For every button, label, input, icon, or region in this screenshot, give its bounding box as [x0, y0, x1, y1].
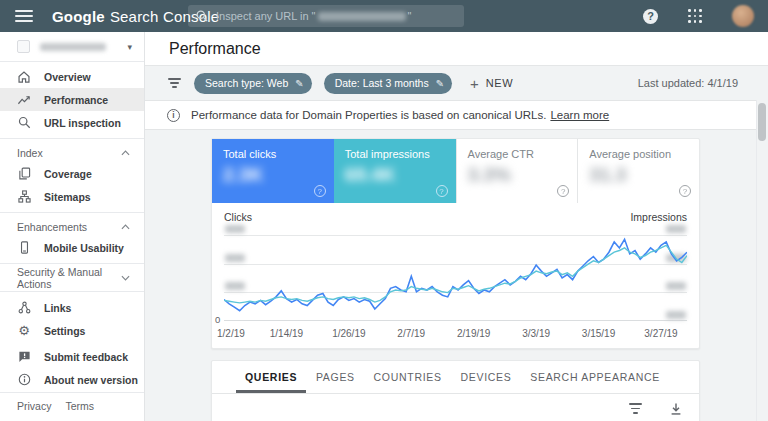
y-axis-left-label: Clicks [224, 211, 252, 223]
tab-devices[interactable]: DEVICES [451, 361, 520, 393]
main-content: Performance Search type: Web ✎ Date: Las… [145, 32, 768, 421]
sidebar-footer: Privacy Terms [0, 392, 144, 421]
redacted-domain [318, 12, 406, 21]
metric-average-ctr[interactable]: Average CTR 3.3% ? [456, 139, 578, 203]
sidebar-item-submit-feedback[interactable]: Submit feedback [0, 345, 144, 368]
tab-search-appearance[interactable]: SEARCH APPEARANCE [521, 361, 669, 393]
chevron-up-icon [121, 150, 130, 156]
download-icon[interactable] [669, 402, 683, 416]
metric-value-blurred: 31.3 [589, 164, 688, 186]
chevron-up-icon [121, 224, 130, 230]
x-axis-tick-label: 1/2/19 [217, 328, 245, 339]
divider [0, 263, 144, 264]
x-axis-tick-label: 1/14/19 [270, 328, 303, 339]
x-axis-tick-label: 2/19/19 [457, 328, 490, 339]
help-icon[interactable]: ? [436, 185, 448, 197]
help-icon[interactable]: ? [557, 185, 569, 197]
tab-queries[interactable]: QUERIES [236, 361, 306, 393]
table-filter-icon[interactable] [628, 403, 643, 413]
redacted-property-name [40, 43, 106, 51]
info-icon [17, 373, 31, 386]
terms-link[interactable]: Terms [65, 400, 94, 412]
sidebar-item-links[interactable]: Links [0, 296, 144, 319]
feedback-icon [17, 350, 31, 363]
sidebar-item-overview[interactable]: Overview [0, 65, 144, 88]
home-icon [17, 70, 31, 84]
metric-value-blurred: 2.3K [223, 164, 323, 186]
sidebar-item-label: URL inspection [44, 117, 121, 129]
search-icon [17, 116, 31, 129]
sidebar-section-index[interactable]: Index [0, 143, 144, 162]
sidebar-item-label: Submit feedback [44, 351, 128, 363]
sidebar-item-sitemaps[interactable]: Sitemaps [0, 185, 144, 208]
gear-icon: ⚙ [17, 324, 31, 337]
dimension-tabs: QUERIES PAGES COUNTRIES DEVICES SEARCH A… [212, 361, 699, 394]
divider [0, 291, 144, 292]
google-search-console-app: GoogleSearch Console Inspect any URL in … [0, 0, 768, 421]
plus-icon: + [470, 76, 479, 91]
tab-countries[interactable]: COUNTRIES [365, 361, 451, 393]
series-line-impressions [224, 245, 687, 303]
top-app-bar: GoogleSearch Console Inspect any URL in … [0, 0, 768, 32]
apps-grid-icon[interactable] [688, 9, 702, 23]
help-icon[interactable]: ? [679, 185, 691, 197]
sidebar-item-label: Coverage [44, 168, 92, 180]
x-axis-tick-label: 3/15/19 [582, 328, 615, 339]
sidebar-item-label: Links [44, 302, 71, 314]
sidebar-item-label: About new version [44, 374, 138, 386]
chevron-down-icon [121, 275, 130, 281]
smartphone-icon [17, 241, 31, 254]
sidebar-item-about-new-version[interactable]: About new version [0, 368, 144, 391]
info-banner: i Performance data for Domain Properties… [145, 100, 768, 130]
privacy-link[interactable]: Privacy [17, 400, 51, 412]
chart-plot-area: 0 [224, 235, 687, 321]
x-axis-tick-label: 3/27/19 [644, 328, 677, 339]
filter-bar: Search type: Web ✎ Date: Last 3 months ✎… [145, 66, 768, 100]
pencil-edit-icon: ✎ [295, 78, 303, 89]
metric-total-clicks[interactable]: Total clicks 2.3K ? [212, 139, 334, 203]
hamburger-menu-icon[interactable] [15, 10, 33, 22]
scrollbar-thumb[interactable] [758, 103, 766, 141]
filter-chip-search-type[interactable]: Search type: Web ✎ [194, 73, 312, 94]
performance-summary-card: Total clicks 2.3K ? Total impressions 69… [211, 138, 700, 349]
table-toolbar [212, 394, 699, 421]
search-placeholder-suffix: " [408, 10, 412, 22]
sidebar-item-url-inspection[interactable]: URL inspection [0, 111, 144, 134]
sidebar-section-security-manual-actions[interactable]: Security & Manual Actions [0, 268, 144, 287]
metric-total-impressions[interactable]: Total impressions 69.4K ? [334, 139, 456, 203]
sidebar-item-performance[interactable]: Performance [0, 88, 144, 111]
metric-value-blurred: 3.3% [468, 164, 567, 186]
help-icon[interactable]: ? [643, 9, 658, 24]
page-title: Performance [169, 40, 261, 58]
metric-average-position[interactable]: Average position 31.3 ? [577, 139, 699, 203]
last-updated-text: Last updated: 4/1/19 [638, 77, 746, 89]
sidebar-item-settings[interactable]: ⚙ Settings [0, 319, 144, 342]
trending-up-icon [17, 93, 31, 107]
learn-more-link[interactable]: Learn more [550, 109, 609, 121]
x-axis-tick-label: 1/26/19 [332, 328, 365, 339]
search-icon [196, 10, 208, 22]
coverage-pages-icon [17, 167, 31, 180]
sidebar-item-coverage[interactable]: Coverage [0, 162, 144, 185]
filter-chip-date-range[interactable]: Date: Last 3 months ✎ [324, 73, 452, 94]
help-icon[interactable]: ? [314, 185, 326, 197]
user-avatar[interactable] [732, 5, 754, 27]
sidebar-item-label: Mobile Usability [44, 242, 124, 254]
sidebar: ▾ Overview Performance URL inspection In… [0, 32, 145, 421]
divider [0, 212, 144, 213]
y-axis-right-label: Impressions [630, 211, 687, 223]
series-line-clicks [224, 239, 687, 310]
sitemap-tree-icon [17, 190, 31, 203]
property-selector[interactable]: ▾ [0, 32, 144, 62]
new-filter-button[interactable]: + NEW [470, 76, 513, 91]
filter-icon[interactable] [167, 78, 182, 88]
url-inspect-input[interactable]: Inspect any URL in "" [188, 5, 464, 27]
sidebar-item-label: Settings [44, 325, 85, 337]
sidebar-section-enhancements[interactable]: Enhancements [0, 217, 144, 236]
tab-pages[interactable]: PAGES [307, 361, 364, 393]
vertical-scrollbar[interactable] [756, 100, 768, 421]
banner-text: Performance data for Domain Properties i… [191, 109, 609, 121]
sidebar-item-label: Performance [44, 94, 108, 106]
sidebar-item-mobile-usability[interactable]: Mobile Usability [0, 236, 144, 259]
divider [0, 138, 144, 139]
